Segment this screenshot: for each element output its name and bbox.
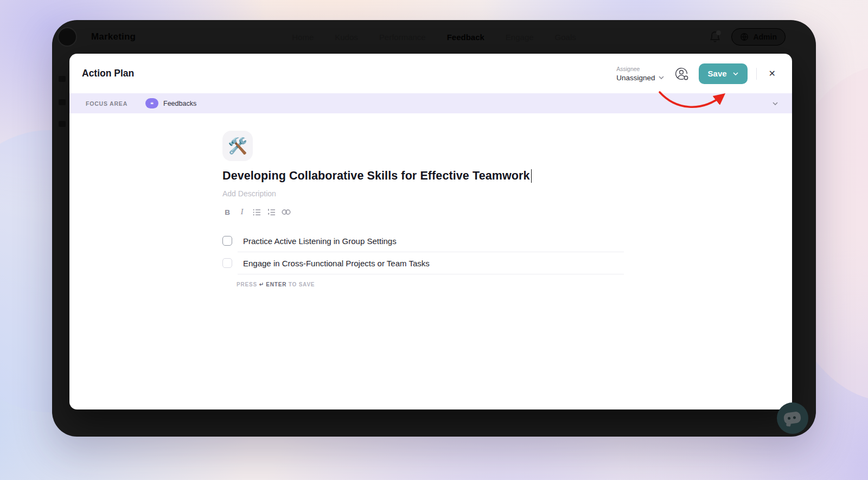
- row-divider: [238, 274, 624, 274]
- plan-title-input[interactable]: Developing Collaborative Skills for Effe…: [222, 169, 792, 183]
- bold-button[interactable]: B: [222, 207, 232, 217]
- press-enter-hint: PRESS ↵ ENTER TO SAVE: [237, 281, 624, 287]
- chevron-down-icon: [733, 72, 738, 75]
- admin-button[interactable]: Admin: [731, 28, 786, 46]
- bullet-list-icon: [253, 209, 261, 216]
- assign-user-icon: [673, 66, 690, 82]
- format-toolbar: B I: [222, 207, 792, 217]
- focus-area-bar[interactable]: FOCUS AREA ❝ Feedbacks: [69, 93, 792, 113]
- nav-item-kudos[interactable]: Kudos: [335, 33, 358, 42]
- bullet-list-button[interactable]: [252, 207, 261, 217]
- background-text-remnant: [59, 121, 66, 127]
- text-cursor: [531, 169, 532, 183]
- italic-button[interactable]: I: [237, 207, 247, 217]
- focus-area-label: FOCUS AREA: [86, 100, 127, 107]
- assignee-dropdown[interactable]: Assignee Unassigned: [616, 66, 663, 82]
- assignee-value: Unassigned: [616, 74, 655, 82]
- save-button-label: Save: [708, 69, 727, 78]
- link-icon: [282, 209, 291, 215]
- app-window: Marketing Home Kudos Performance Feedbac…: [52, 20, 816, 437]
- chevron-down-icon: [773, 102, 778, 105]
- numbered-list-icon: [267, 209, 276, 216]
- background-text-remnant: [59, 99, 66, 105]
- assign-user-button[interactable]: [673, 65, 690, 82]
- nav-item-feedback[interactable]: Feedback: [447, 33, 484, 42]
- nav-item-engage[interactable]: Engage: [506, 33, 534, 42]
- task-list: Practice Active Listening in Group Setti…: [222, 230, 624, 287]
- top-navigation-bar: Marketing Home Kudos Performance Feedbac…: [52, 20, 816, 54]
- nav-item-goals[interactable]: Goals: [555, 33, 576, 42]
- tools-emoji-icon: 🛠️: [228, 138, 247, 154]
- task-row: Engage in Cross-Functional Projects or T…: [222, 252, 624, 274]
- hint-press: PRESS: [237, 281, 257, 287]
- task-checkbox[interactable]: [222, 258, 232, 268]
- notifications-button[interactable]: [710, 31, 720, 43]
- modal-header: Action Plan Assignee Unassigned: [69, 54, 792, 93]
- chevron-down-icon: [659, 76, 664, 79]
- numbered-list-button[interactable]: [266, 207, 276, 217]
- link-button[interactable]: [281, 207, 291, 217]
- main-nav: Home Kudos Performance Feedback Engage G…: [292, 33, 576, 42]
- hint-suffix: TO SAVE: [289, 281, 315, 287]
- task-checkbox[interactable]: [222, 236, 232, 246]
- chat-bubble-icon: [783, 411, 802, 425]
- plan-title-text: Developing Collaborative Skills for Effe…: [222, 169, 530, 183]
- task-label: Engage in Cross-Functional Projects or T…: [243, 259, 430, 268]
- workspace-logo: [58, 27, 77, 47]
- plan-icon-tile: 🛠️: [222, 131, 253, 161]
- save-button[interactable]: Save: [699, 63, 748, 84]
- quote-badge-icon: ❝: [145, 98, 158, 108]
- hint-enter-key: ↵ ENTER: [259, 281, 287, 287]
- chat-widget-button[interactable]: [777, 402, 808, 434]
- focus-area-value: Feedbacks: [163, 100, 196, 107]
- task-label: Practice Active Listening in Group Setti…: [243, 236, 397, 246]
- modal-title: Action Plan: [82, 68, 134, 79]
- workspace-name: Marketing: [91, 31, 136, 42]
- admin-button-label: Admin: [753, 33, 777, 41]
- assignee-label: Assignee: [616, 66, 663, 72]
- nav-item-home[interactable]: Home: [292, 33, 314, 42]
- action-plan-modal: Action Plan Assignee Unassigned: [69, 54, 792, 409]
- admin-icon: [740, 33, 749, 41]
- header-divider: [756, 68, 757, 80]
- close-button[interactable]: ✕: [765, 66, 779, 81]
- task-row: Practice Active Listening in Group Setti…: [222, 230, 624, 252]
- background-text-remnant: [59, 76, 66, 82]
- plan-content: 🛠️ Developing Collaborative Skills for E…: [69, 113, 792, 287]
- nav-item-performance[interactable]: Performance: [379, 33, 426, 42]
- description-input[interactable]: Add Description: [222, 189, 792, 198]
